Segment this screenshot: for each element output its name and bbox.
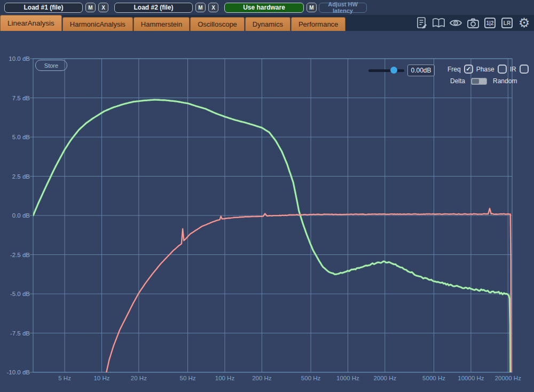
x-tick-label: 10 Hz xyxy=(93,375,109,381)
y-tick-label: 10.0 dB xyxy=(9,55,30,62)
tab-linearanalysis[interactable]: LinearAnalysis xyxy=(0,15,62,31)
gain-slider-knob[interactable] xyxy=(390,67,397,74)
x-tick-label: 2000 Hz xyxy=(373,375,396,381)
y-tick-label: -2.5 dB xyxy=(10,252,30,258)
gain-value-field[interactable]: 0.00dB xyxy=(407,65,435,76)
load-file-1-button[interactable]: Load #1 (file) xyxy=(4,3,83,13)
y-tick-label: -5.0 dB xyxy=(10,291,30,297)
curve-green xyxy=(33,100,511,377)
x-tick-label: 200 Hz xyxy=(252,375,272,381)
y-tick-label: 5.0 dB xyxy=(12,134,30,140)
x-tick-label: 20000 Hz xyxy=(495,375,521,381)
load-2-m-button[interactable]: M xyxy=(195,3,206,12)
freq-checkbox[interactable]: ✓ xyxy=(464,65,473,74)
tab-hammerstein[interactable]: Hammerstein xyxy=(134,17,190,31)
use-hardware-button[interactable]: Use hardware xyxy=(224,3,304,13)
plugin-analyzer-window: Load #1 (file) M X Load #2 (file) M X Us… xyxy=(0,0,534,392)
channel-12-icon[interactable]: 1|2 xyxy=(483,17,497,30)
phase-label: Phase xyxy=(476,66,494,73)
channel-lr-icon[interactable]: LR xyxy=(500,17,514,30)
x-tick-label: 10000 Hz xyxy=(458,375,484,381)
y-tick-label: -10.0 dB xyxy=(7,369,30,375)
y-tick-label: 0.0 dB xyxy=(12,212,30,219)
toolbar-icons: 1|2LR⚙ xyxy=(415,16,531,30)
curve-red xyxy=(105,209,511,377)
display-mode-row: Freq ✓ Phase IR xyxy=(447,65,529,74)
settings-gear-icon[interactable]: ⚙ xyxy=(517,17,531,30)
x-tick-label: 50 Hz xyxy=(180,375,196,381)
ir-label: IR xyxy=(510,66,516,73)
signal-mode-row: Delta Random xyxy=(450,77,517,85)
toggle-knob[interactable] xyxy=(472,79,479,84)
notes-icon[interactable] xyxy=(415,17,428,30)
y-tick-label: 7.5 dB xyxy=(12,95,30,101)
frequency-response-chart: 10.0 dB7.5 dB5.0 dB2.5 dB0.0 dB-2.5 dB-5… xyxy=(0,0,534,392)
ir-checkbox[interactable] xyxy=(520,65,529,74)
x-tick-label: 500 Hz xyxy=(301,375,321,381)
gain-slider-track[interactable] xyxy=(368,69,404,72)
tab-performance[interactable]: Performance xyxy=(291,17,345,31)
y-tick-label: -7.5 dB xyxy=(10,330,30,337)
load-1-x-button[interactable]: X xyxy=(98,3,108,12)
load-2-x-button[interactable]: X xyxy=(208,3,218,12)
tab-strip: LinearAnalysisHarmonicAnalysisHammerstei… xyxy=(0,15,346,31)
tab-bar: LinearAnalysisHarmonicAnalysisHammerstei… xyxy=(0,15,534,31)
random-label: Random xyxy=(493,77,517,85)
load-file-2-button[interactable]: Load #2 (file) xyxy=(114,3,193,13)
x-tick-label: 20 Hz xyxy=(131,375,147,381)
camera-icon[interactable] xyxy=(466,17,480,30)
top-bar: Load #1 (file) M X Load #2 (file) M X Us… xyxy=(0,0,534,15)
delta-label: Delta xyxy=(450,77,465,85)
y-axis-labels: 10.0 dB7.5 dB5.0 dB2.5 dB0.0 dB-2.5 dB-5… xyxy=(7,55,30,375)
tab-dynamics[interactable]: Dynamics xyxy=(245,17,290,31)
tab-oscilloscope[interactable]: Oscilloscope xyxy=(190,17,245,31)
chart-controls: 0.00dB Freq ✓ Phase IR Delta Random xyxy=(0,31,534,56)
x-tick-label: 100 Hz xyxy=(215,375,235,381)
store-button[interactable]: Store xyxy=(35,60,67,71)
y-tick-label: 2.5 dB xyxy=(12,173,30,180)
load-1-m-button[interactable]: M xyxy=(85,3,96,12)
tab-harmonicanalysis[interactable]: HarmonicAnalysis xyxy=(62,17,133,31)
freq-label: Freq xyxy=(447,66,461,73)
x-tick-label: 5000 Hz xyxy=(422,375,445,381)
manual-book-icon[interactable] xyxy=(432,17,445,30)
x-tick-label: 1000 Hz xyxy=(336,375,359,381)
hardware-m-button[interactable]: M xyxy=(307,3,317,12)
x-axis-labels: 5 Hz10 Hz20 Hz50 Hz100 Hz200 Hz500 Hz100… xyxy=(58,375,521,381)
grid-lines xyxy=(30,59,512,372)
x-tick-label: 5 Hz xyxy=(58,375,71,381)
delta-random-toggle[interactable] xyxy=(471,78,487,85)
eye-icon[interactable] xyxy=(449,17,462,30)
adjust-hw-latency-button[interactable]: Adjust HW latency xyxy=(319,3,367,13)
phase-checkbox[interactable] xyxy=(498,65,507,74)
gain-slider[interactable] xyxy=(368,68,404,73)
